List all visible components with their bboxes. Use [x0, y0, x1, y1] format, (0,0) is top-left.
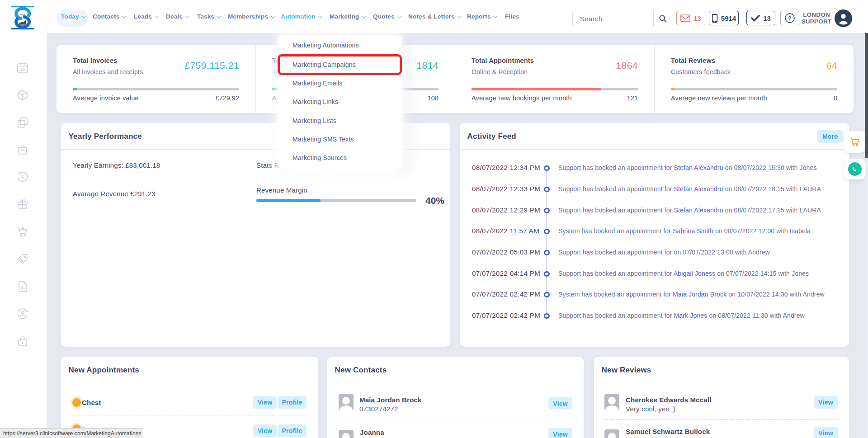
- svg-text:?: ?: [788, 15, 791, 22]
- svg-text:12: 12: [20, 67, 25, 72]
